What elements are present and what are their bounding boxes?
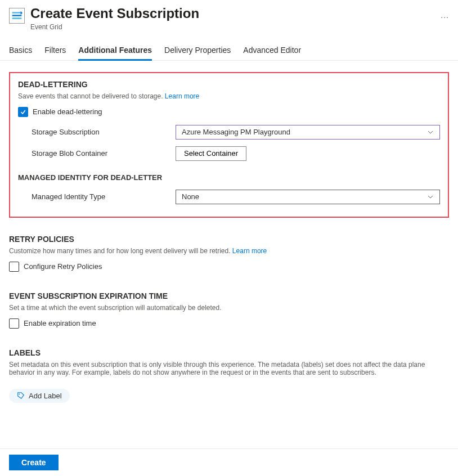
labels-desc: Set metadata on this event subscription … bbox=[9, 361, 449, 376]
storage-subscription-label: Storage Subscription bbox=[18, 128, 176, 136]
enable-expiration-checkbox[interactable] bbox=[9, 318, 19, 329]
chevron-down-icon bbox=[427, 194, 434, 200]
tab-additional-features[interactable]: Additional Features bbox=[78, 41, 152, 60]
storage-subscription-dropdown[interactable]: Azure Messaging PM Playground bbox=[176, 125, 440, 140]
page-title: Create Event Subscription bbox=[30, 6, 433, 22]
configure-retry-checkbox[interactable] bbox=[9, 262, 19, 272]
tab-delivery-properties[interactable]: Delivery Properties bbox=[164, 41, 231, 60]
svg-rect-0 bbox=[12, 12, 22, 14]
dead-lettering-title: DEAD-LETTERING bbox=[18, 80, 440, 89]
retry-policies-section: RETRY POLICIES Customize how many times … bbox=[9, 235, 449, 272]
enable-dead-lettering-label: Enable dead-lettering bbox=[33, 107, 102, 116]
managed-identity-title: MANAGED IDENTITY FOR DEAD-LETTER bbox=[18, 173, 440, 182]
configure-retry-label: Configure Retry Policies bbox=[24, 262, 102, 271]
add-label-button[interactable]: Add Label bbox=[9, 389, 70, 403]
tab-advanced-editor[interactable]: Advanced Editor bbox=[243, 41, 301, 60]
enable-expiration-label: Enable expiration time bbox=[24, 319, 96, 327]
enable-dead-lettering-checkbox[interactable] bbox=[18, 107, 28, 117]
labels-title: LABELS bbox=[9, 348, 449, 357]
dead-lettering-desc: Save events that cannot be delivered to … bbox=[18, 92, 440, 100]
svg-point-3 bbox=[19, 394, 20, 395]
expiration-title: EVENT SUBSCRIPTION EXPIRATION TIME bbox=[9, 291, 449, 300]
page-header: Create Event Subscription Event Grid ··· bbox=[0, 0, 458, 35]
storage-blob-container-label: Storage Blob Container bbox=[18, 149, 176, 158]
managed-identity-type-label: Managed Identity Type bbox=[18, 192, 176, 201]
page-subtitle: Event Grid bbox=[30, 23, 433, 31]
tab-filters[interactable]: Filters bbox=[44, 41, 66, 60]
dead-lettering-learn-more-link[interactable]: Learn more bbox=[165, 92, 199, 100]
tag-icon bbox=[17, 392, 25, 399]
chevron-down-icon bbox=[427, 129, 434, 136]
expiration-section: EVENT SUBSCRIPTION EXPIRATION TIME Set a… bbox=[9, 291, 449, 329]
retry-learn-more-link[interactable]: Learn more bbox=[232, 247, 267, 255]
managed-identity-type-dropdown[interactable]: None bbox=[176, 190, 440, 204]
tab-basics[interactable]: Basics bbox=[9, 41, 32, 60]
svg-rect-2 bbox=[12, 17, 22, 19]
retry-policies-title: RETRY POLICIES bbox=[9, 235, 449, 244]
more-icon[interactable]: ··· bbox=[441, 12, 449, 21]
footer-bar: Create bbox=[0, 448, 458, 476]
tab-bar: Basics Filters Additional Features Deliv… bbox=[0, 41, 458, 61]
retry-policies-desc: Customize how many times and for how lon… bbox=[9, 247, 449, 255]
expiration-desc: Set a time at which the event subscripti… bbox=[9, 304, 449, 312]
labels-section: LABELS Set metadata on this event subscr… bbox=[9, 348, 449, 403]
dead-lettering-section: DEAD-LETTERING Save events that cannot b… bbox=[9, 72, 449, 218]
select-container-button[interactable]: Select Container bbox=[176, 146, 246, 161]
event-grid-icon bbox=[9, 8, 25, 24]
svg-rect-1 bbox=[12, 15, 22, 16]
create-button[interactable]: Create bbox=[9, 455, 59, 470]
